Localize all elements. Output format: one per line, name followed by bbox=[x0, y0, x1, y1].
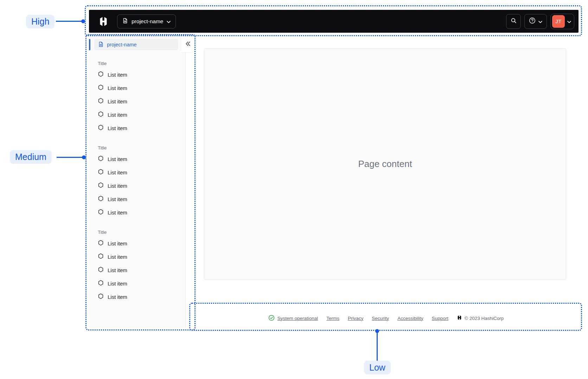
hexagon-icon bbox=[98, 195, 104, 203]
collapse-double-chevron-icon bbox=[185, 41, 191, 47]
status-check-icon bbox=[268, 315, 275, 322]
connector-line-high bbox=[56, 21, 82, 22]
connector-dot-low bbox=[375, 329, 379, 333]
footer: System operational TermsPrivacySecurityA… bbox=[190, 311, 582, 326]
sidebar-list-item-label: List item bbox=[108, 210, 127, 216]
top-navbar: project-name JT bbox=[89, 10, 579, 33]
footer-link[interactable]: Privacy bbox=[348, 316, 363, 321]
hcp-template-page: High Medium Low project-name bbox=[0, 0, 588, 379]
sidebar-list-item-label: List item bbox=[108, 267, 127, 273]
system-status-label: System operational bbox=[277, 316, 318, 321]
system-status-link[interactable]: System operational bbox=[268, 315, 318, 322]
hexagon-icon bbox=[98, 98, 104, 105]
footer-link[interactable]: Support bbox=[432, 316, 448, 321]
document-icon bbox=[98, 41, 104, 48]
sidebar-list-item[interactable]: List item bbox=[98, 95, 185, 108]
chevron-down-icon bbox=[538, 18, 542, 25]
sidebar-list-item[interactable]: List item bbox=[98, 108, 185, 121]
sidebar-list-item-label: List item bbox=[108, 196, 127, 202]
sidebar-section-title: Title bbox=[98, 59, 185, 68]
sidebar-list-item-label: List item bbox=[108, 98, 127, 104]
hexagon-icon bbox=[98, 84, 104, 91]
footer-link[interactable]: Security bbox=[372, 316, 389, 321]
hexagon-icon bbox=[98, 266, 104, 274]
sidebar-list-item-label: List item bbox=[108, 254, 127, 260]
hexagon-icon bbox=[98, 293, 104, 300]
footer-copyright: © 2023 HashiCorp bbox=[457, 315, 504, 321]
sidebar-list-item[interactable]: List item bbox=[98, 263, 185, 277]
document-icon bbox=[122, 18, 128, 25]
sidebar-list-item-label: List item bbox=[108, 281, 127, 287]
sidebar-list-item-label: List item bbox=[108, 294, 127, 300]
connector-line-medium bbox=[57, 157, 83, 158]
chevron-down-icon bbox=[567, 18, 571, 25]
sidebar-sections: TitleList itemList itemList itemList ite… bbox=[89, 50, 185, 303]
hexagon-icon bbox=[98, 240, 104, 247]
sidebar-list-item[interactable]: List item bbox=[98, 179, 185, 192]
hexagon-icon bbox=[98, 280, 104, 287]
sidebar-list-item[interactable]: List item bbox=[98, 121, 185, 135]
hexagon-icon bbox=[98, 124, 104, 131]
sidebar-collapse-button[interactable] bbox=[181, 36, 195, 53]
hexagon-icon bbox=[98, 209, 104, 216]
search-icon bbox=[511, 18, 517, 25]
priority-label-high: High bbox=[26, 15, 55, 28]
help-menu-button[interactable] bbox=[524, 14, 547, 29]
priority-label-medium: Medium bbox=[10, 150, 52, 164]
project-switcher-button[interactable]: project-name bbox=[117, 14, 176, 28]
sidebar-list-item[interactable]: List item bbox=[98, 166, 185, 179]
sidebar-section-title: Title bbox=[98, 228, 185, 237]
chevron-down-icon bbox=[167, 18, 171, 25]
connector-dot-high bbox=[81, 19, 85, 23]
sidebar-list-item[interactable]: List item bbox=[98, 237, 185, 250]
footer-link[interactable]: Accessibility bbox=[397, 316, 423, 321]
hexagon-icon bbox=[98, 182, 104, 189]
user-avatar: JT bbox=[552, 15, 565, 28]
sidebar-list-item[interactable]: List item bbox=[98, 250, 185, 263]
hexagon-icon bbox=[98, 71, 104, 78]
hexagon-icon bbox=[98, 253, 104, 260]
sidebar-list-item[interactable]: List item bbox=[98, 68, 185, 81]
sidebar: project-name TitleList itemList itemList… bbox=[89, 36, 186, 328]
sidebar-list-item-label: List item bbox=[108, 156, 127, 162]
account-menu-button[interactable]: JT bbox=[550, 14, 574, 29]
footer-link[interactable]: Terms bbox=[326, 316, 339, 321]
connector-line-low bbox=[377, 333, 378, 361]
sidebar-list-item-label: List item bbox=[108, 183, 127, 189]
sidebar-list-item[interactable]: List item bbox=[98, 206, 185, 219]
priority-label-low: Low bbox=[364, 361, 391, 374]
help-icon bbox=[529, 17, 536, 25]
project-switcher-label: project-name bbox=[132, 18, 163, 25]
copyright-text: © 2023 HashiCorp bbox=[465, 316, 504, 321]
sidebar-list-item[interactable]: List item bbox=[98, 192, 185, 206]
sidebar-item-project-name[interactable]: project-name bbox=[94, 39, 178, 50]
connector-dot-medium bbox=[82, 155, 86, 159]
sidebar-list-item[interactable]: List item bbox=[98, 290, 185, 303]
page-content-area: Page content bbox=[204, 48, 566, 280]
sidebar-list-item[interactable]: List item bbox=[98, 152, 185, 166]
sidebar-list-item-label: List item bbox=[108, 112, 127, 118]
sidebar-list-item-label: List item bbox=[108, 240, 127, 246]
hexagon-icon bbox=[98, 169, 104, 176]
sidebar-list-item-label: List item bbox=[108, 169, 127, 175]
sidebar-section-title: Title bbox=[98, 144, 185, 152]
search-button[interactable] bbox=[506, 14, 521, 29]
sidebar-list-item[interactable]: List item bbox=[98, 81, 185, 95]
sidebar-project-label: project-name bbox=[107, 42, 137, 47]
sidebar-list-item[interactable]: List item bbox=[98, 277, 185, 290]
navbar-right-controls: JT bbox=[506, 14, 574, 29]
hashicorp-logo-icon bbox=[98, 16, 109, 27]
sidebar-list-item-label: List item bbox=[108, 125, 127, 131]
sidebar-list-item-label: List item bbox=[108, 72, 127, 78]
active-item-indicator bbox=[89, 39, 90, 50]
page-content-placeholder: Page content bbox=[358, 159, 412, 169]
hashicorp-logo-icon bbox=[457, 315, 462, 321]
footer-links: TermsPrivacySecurityAccessibilitySupport bbox=[326, 316, 448, 321]
hexagon-icon bbox=[98, 111, 104, 118]
hexagon-icon bbox=[98, 155, 104, 162]
sidebar-list-item-label: List item bbox=[108, 85, 127, 91]
